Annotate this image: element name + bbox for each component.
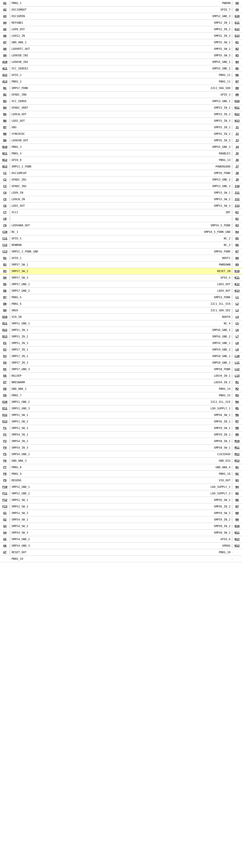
pin-id-left[interactable]: B6 [0,119,10,123]
pin-id-right[interactable]: L9 [232,347,242,352]
pin-id-left[interactable]: A2 [0,7,10,12]
pin-id-right[interactable]: M4 [232,400,242,404]
pin-id-right[interactable]: J2 [232,132,242,136]
pin-id-left[interactable]: F2 [0,433,10,437]
pin-id-left[interactable]: B11 [0,151,10,156]
pin-id-left[interactable]: D8 [0,302,10,306]
pin-id-left[interactable]: B10 [0,145,10,149]
pin-id-right[interactable]: J4 [232,145,242,149]
pin-id-left[interactable]: G3 [0,524,10,528]
pin-id-right[interactable]: L10 [232,354,242,358]
pin-id-right[interactable]: H2 [232,47,242,51]
pin-id-right[interactable]: N3 [232,478,242,483]
pin-id-left[interactable]: A10 [0,60,10,64]
pin-id-left[interactable]: C2 [0,178,10,182]
pin-id-right[interactable]: L4 [232,315,242,319]
pin-id-left[interactable]: E4 [0,361,10,365]
pin-id-right[interactable]: J1 [232,125,242,129]
pin-id-left[interactable]: A8 [0,47,10,51]
pin-id-right[interactable]: M5 [232,406,242,411]
pin-id-left[interactable]: D7 [0,295,10,300]
pin-id-right[interactable]: K12 [232,282,242,286]
pin-id-right[interactable]: K2 [232,217,242,221]
pin-id-left[interactable]: E7 [0,380,10,384]
pin-id-right[interactable]: N7 [232,504,242,509]
pin-id-right[interactable]: K10 [232,269,242,273]
pin-id-left[interactable]: G4 [0,531,10,535]
pin-id-right[interactable]: H7 [232,80,242,84]
pin-id-right[interactable]: N9 [232,518,242,522]
pin-id-right[interactable]: J7 [232,164,242,169]
pin-id-right[interactable]: N5 [232,491,242,496]
pin-id-left[interactable]: D4 [0,276,10,280]
pin-id-right[interactable]: K5 [232,236,242,241]
pin-id-right[interactable]: K8 [232,256,242,260]
pin-id-left[interactable]: F12 [0,498,10,502]
pin-id-left[interactable]: D1 [0,256,10,260]
pin-id-left[interactable]: F8 [0,472,10,476]
pin-id-left[interactable]: B7 [0,125,10,129]
pin-id-right[interactable]: H13 [232,119,242,123]
pin-id-right[interactable]: J10 [232,184,242,188]
pin-id-left[interactable]: D12 [0,328,10,332]
pin-id-right[interactable]: L13 [232,374,242,378]
pin-id-left[interactable]: A6 [0,34,10,38]
pin-id-right[interactable]: N12 [232,537,242,541]
pin-id-left[interactable]: A9 [0,53,10,58]
pin-id-left[interactable]: E5 [0,367,10,371]
pin-id-left[interactable]: C4 [0,191,10,195]
pin-id-left[interactable]: G7 [0,550,10,554]
pin-id-left[interactable]: A5 [0,27,10,31]
pin-id-left[interactable]: D3 [0,269,10,273]
pin-id-right[interactable]: H1 [232,40,242,44]
pin-id-left[interactable]: E10 [0,400,10,404]
pin-id-right[interactable]: H4 [232,60,242,64]
pin-id-left[interactable]: B4 [0,105,10,110]
pin-id-left[interactable]: B5 [0,112,10,117]
pin-id-left[interactable]: B2 [0,93,10,97]
pin-id-left[interactable]: E6 [0,374,10,378]
pin-id-left[interactable]: B13 [0,164,10,169]
pin-id-right[interactable]: G10 [232,14,242,18]
pin-id-right[interactable]: L5 [232,321,242,326]
pin-id-left[interactable]: A4 [0,21,10,25]
pin-id-right[interactable]: H3 [232,53,242,58]
pin-id-right[interactable]: K3 [232,223,242,227]
pin-id-right[interactable]: J13 [232,204,242,208]
pin-id-right[interactable]: N4 [232,485,242,489]
pin-id-right[interactable]: J11 [232,191,242,195]
pin-id-left[interactable]: E12 [0,413,10,417]
pin-id-right[interactable]: N2 [232,472,242,476]
pin-id-left[interactable]: E1 [0,341,10,345]
pin-id-right[interactable]: J3 [232,138,242,143]
pin-id-right[interactable]: H11 [232,105,242,110]
pin-id-left[interactable]: F1 [0,426,10,430]
pin-id-left[interactable]: G2 [0,518,10,522]
pin-id-right[interactable]: M13 [232,459,242,463]
pin-id-right[interactable]: H6 [232,73,242,77]
pin-id-right[interactable]: N6 [232,498,242,502]
pin-id-right[interactable]: M6 [232,413,242,417]
pin-id-left[interactable]: C1 [0,171,10,175]
pin-id-right[interactable]: J5 [232,151,242,156]
pin-id-right[interactable]: G11 [232,21,242,25]
pin-id-right[interactable]: N13 [232,544,242,548]
pin-id-left[interactable]: C7 [0,210,10,215]
pin-id-right[interactable]: M12 [232,452,242,456]
pin-id-left[interactable]: F5 [0,452,10,456]
pin-id-left[interactable]: A1 [0,1,10,5]
pin-id-right[interactable]: N11 [232,531,242,535]
pin-id-right[interactable]: N10 [232,524,242,528]
pin-id-right[interactable]: N8 [232,511,242,515]
pin-id-left[interactable]: D10 [0,315,10,319]
pin-id-right[interactable]: N1 [232,465,242,469]
pin-id-right[interactable]: J8 [232,171,242,175]
pin-id-right[interactable]: K13 [232,289,242,293]
pin-id-right[interactable]: M3 [232,393,242,398]
pin-id-right[interactable]: H12 [232,112,242,117]
pin-id-left[interactable]: F4 [0,445,10,450]
pin-id-left[interactable]: F11 [0,491,10,496]
pin-id-right[interactable]: M1 [232,380,242,384]
pin-id-left[interactable]: D5 [0,282,10,286]
pin-id-left[interactable]: A12 [0,73,10,77]
